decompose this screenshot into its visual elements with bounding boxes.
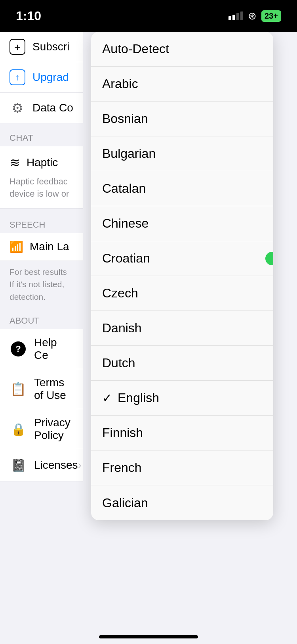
help-icon: ? — [10, 340, 27, 358]
terms-row[interactable]: 📋 Terms of Use — [0, 369, 83, 409]
dropdown-item-label-english: English — [118, 391, 262, 405]
dropdown-item-galician[interactable]: Galician — [91, 485, 273, 520]
right-edge — [285, 32, 297, 644]
dropdown-overlay: Auto-DetectArabicBosnianBulgarianCatalan… — [83, 32, 277, 644]
settings-page: ＋ Subscri ↑ Upgrad ⚙ Data Co CHAT ≋ Hapt… — [0, 32, 83, 644]
dropdown-item-label-auto-detect: Auto-Detect — [102, 42, 262, 56]
wifi-icon: ⊛ — [248, 10, 257, 22]
haptic-label: Haptic — [27, 156, 58, 169]
dropdown-item-bosnian[interactable]: Bosnian — [91, 102, 273, 136]
speech-section: SPEECH 📶 Main La For best results If it'… — [0, 212, 83, 308]
speech-section-label: SPEECH — [0, 212, 83, 233]
terms-icon: 📋 — [10, 380, 27, 398]
home-indicator — [99, 635, 198, 638]
dropdown-item-label-chinese: Chinese — [102, 216, 262, 231]
dropdown-item-catalan[interactable]: Catalan — [91, 171, 273, 206]
chat-section-label: CHAT — [0, 123, 83, 146]
about-section-label: ABOUT — [0, 308, 83, 329]
signal-icon — [228, 12, 243, 20]
privacy-label: Privacy Policy — [34, 416, 74, 442]
dropdown-item-label-dutch: Dutch — [102, 356, 262, 370]
haptic-description: Haptic feedbac device is low or — [10, 172, 74, 202]
terms-label: Terms of Use — [34, 376, 74, 402]
data-control-label: Data Co — [32, 102, 73, 114]
waveform-icon: 📶 — [10, 240, 23, 253]
dropdown-item-label-danish: Danish — [102, 321, 262, 335]
dropdown-item-dutch[interactable]: Dutch — [91, 346, 273, 381]
battery-icon: 23+ — [261, 10, 281, 22]
dropdown-item-label-french: French — [102, 460, 262, 475]
selected-indicator — [265, 252, 273, 265]
dropdown-item-bulgarian[interactable]: Bulgarian — [91, 136, 273, 171]
dropdown-item-croatian[interactable]: Croatian — [91, 241, 273, 276]
subscribe-label: Subscri — [32, 40, 69, 53]
licenses-label: Licenses — [34, 459, 78, 472]
haptic-row[interactable]: ≋ Haptic Haptic feedbac device is low or — [0, 146, 83, 209]
help-center-row[interactable]: ? Help Ce — [0, 329, 83, 369]
upgrade-row[interactable]: ↑ Upgrad — [0, 62, 83, 93]
main-language-label: Main La — [30, 240, 69, 253]
dropdown-item-french[interactable]: French — [91, 450, 273, 485]
status-bar: 1:10 ⊛ 23+ — [0, 0, 297, 32]
dropdown-item-danish[interactable]: Danish — [91, 311, 273, 346]
upgrade-label: Upgrad — [32, 71, 69, 84]
language-description: For best results If it's not listed, det… — [0, 261, 83, 308]
dropdown-item-label-finnish: Finnish — [102, 426, 262, 440]
status-icons: ⊛ 23+ — [228, 10, 281, 22]
dropdown-item-auto-detect[interactable]: Auto-Detect — [91, 32, 273, 67]
dropdown-item-label-catalan: Catalan — [102, 181, 262, 196]
dropdown-item-label-czech: Czech — [102, 286, 262, 301]
licenses-icon: 📓 — [10, 456, 27, 474]
language-dropdown: Auto-DetectArabicBosnianBulgarianCatalan… — [91, 32, 273, 520]
subscribe-row[interactable]: ＋ Subscri — [0, 32, 83, 62]
dropdown-item-label-bosnian: Bosnian — [102, 111, 262, 126]
gear-icon: ⚙ — [10, 100, 25, 116]
dropdown-item-arabic[interactable]: Arabic — [91, 67, 273, 102]
dropdown-item-english[interactable]: ✓English — [91, 381, 273, 416]
haptic-icon: ≋ — [10, 155, 20, 170]
upgrade-icon: ↑ — [10, 69, 25, 85]
dropdown-item-czech[interactable]: Czech — [91, 276, 273, 311]
help-center-label: Help Ce — [34, 336, 74, 362]
licenses-row[interactable]: 📓 Licenses › — [0, 449, 83, 481]
dropdown-item-label-arabic: Arabic — [102, 77, 262, 91]
dropdown-item-label-bulgarian: Bulgarian — [102, 146, 262, 161]
main-language-row[interactable]: 📶 Main La — [0, 233, 83, 261]
data-control-row[interactable]: ⚙ Data Co — [0, 93, 83, 123]
subscribe-icon: ＋ — [10, 39, 25, 55]
status-time: 1:10 — [16, 9, 41, 23]
checkmark-icon: ✓ — [102, 391, 112, 405]
dropdown-item-finnish[interactable]: Finnish — [91, 416, 273, 450]
privacy-icon: 🔒 — [10, 420, 27, 438]
dropdown-item-label-croatian: Croatian — [102, 251, 262, 266]
dropdown-item-label-galician: Galician — [102, 496, 262, 510]
chevron-right-icon: › — [78, 459, 82, 472]
privacy-row[interactable]: 🔒 Privacy Policy — [0, 409, 83, 449]
dropdown-item-chinese[interactable]: Chinese — [91, 206, 273, 241]
